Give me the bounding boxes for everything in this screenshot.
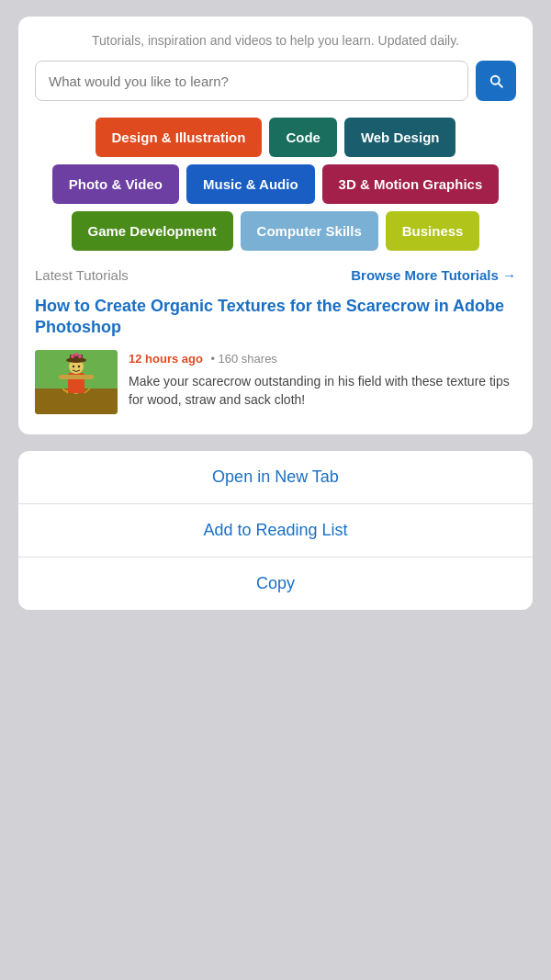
- tutorial-shares: • 160 shares: [210, 352, 276, 366]
- category-button-business[interactable]: Business: [386, 211, 480, 251]
- svg-point-8: [73, 366, 74, 367]
- latest-label: Latest Tutorials: [35, 267, 129, 283]
- category-button-game[interactable]: Game Development: [72, 211, 233, 251]
- tutorial-image: [35, 350, 118, 414]
- svg-point-13: [71, 355, 74, 358]
- svg-point-9: [78, 366, 80, 367]
- svg-point-14: [74, 353, 78, 356]
- tutorial-title[interactable]: How to Create Organic Textures for the S…: [35, 296, 516, 339]
- category-button-threed[interactable]: 3D & Motion Graphics: [322, 164, 500, 204]
- latest-header: Latest Tutorials Browse More Tutorials →: [35, 267, 516, 283]
- tutorial-time: 12 hours ago: [129, 352, 203, 366]
- tutorial-info: 12 hours ago • 160 shares Make your scar…: [129, 350, 516, 410]
- category-button-webdesign[interactable]: Web Design: [344, 118, 456, 157]
- main-card: Tutorials, inspiration and videos to hel…: [18, 17, 533, 434]
- category-button-code[interactable]: Code: [269, 118, 337, 157]
- add-to-reading-list-button[interactable]: Add to Reading List: [18, 503, 533, 557]
- categories-grid: Design & IllustrationCodeWeb DesignPhoto…: [35, 118, 516, 251]
- subtitle: Tutorials, inspiration and videos to hel…: [35, 33, 516, 48]
- svg-point-15: [78, 355, 82, 358]
- open-new-tab-button[interactable]: Open in New Tab: [18, 451, 533, 503]
- search-icon: [488, 73, 504, 89]
- browse-more-link[interactable]: Browse More Tutorials →: [351, 267, 516, 283]
- tutorial-description: Make your scarecrow outstanding in his f…: [129, 372, 516, 410]
- category-button-photo[interactable]: Photo & Video: [52, 164, 179, 204]
- search-input[interactable]: [35, 61, 468, 101]
- action-sheet: Open in New Tab Add to Reading List Copy: [18, 451, 533, 610]
- tutorial-thumbnail: [35, 350, 118, 414]
- svg-rect-4: [59, 375, 94, 379]
- search-row: [35, 61, 516, 101]
- category-button-music[interactable]: Music & Audio: [186, 164, 315, 204]
- copy-button[interactable]: Copy: [18, 557, 533, 610]
- category-button-computer[interactable]: Computer Skills: [241, 211, 378, 251]
- search-button[interactable]: [476, 61, 516, 101]
- svg-line-12: [63, 390, 68, 391]
- category-button-design[interactable]: Design & Illustration: [96, 118, 263, 157]
- tutorial-meta: 12 hours ago • 160 shares Make your scar…: [35, 350, 516, 414]
- tutorial-card: How to Create Organic Textures for the S…: [35, 296, 516, 414]
